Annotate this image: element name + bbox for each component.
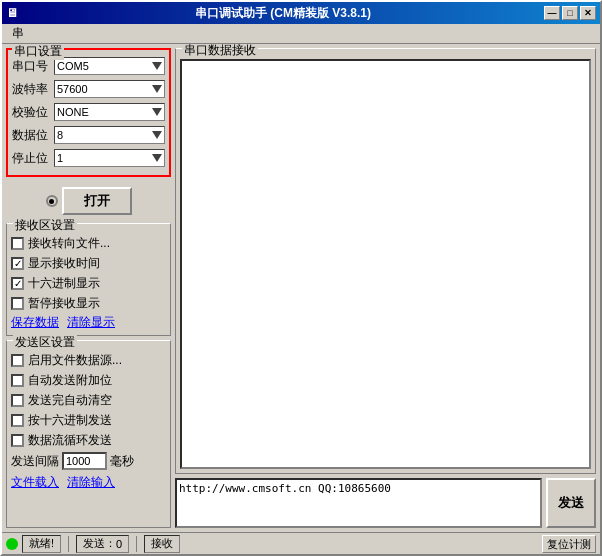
ready-status: 就绪! (22, 535, 61, 553)
send-input[interactable]: http://www.cmsoft.cn QQ:10865600 (175, 478, 542, 528)
cb-time-checkbox[interactable] (11, 257, 24, 270)
statusbar: 就绪! 发送： 0 接收 复位计测 (2, 532, 600, 554)
cb-time-label: 显示接收时间 (28, 255, 100, 272)
open-btn-row: 打开 (6, 187, 171, 215)
close-button[interactable]: ✕ (580, 6, 596, 20)
scb-clear-checkbox[interactable] (11, 394, 24, 407)
divider1 (68, 536, 69, 552)
receive-label: 接收 (151, 536, 173, 551)
clear-input-link[interactable]: 清除输入 (67, 474, 115, 491)
scb-file-label: 启用文件数据源... (28, 352, 122, 369)
window-title: 串口调试助手 (CM精装版 V3.8.1) (22, 5, 544, 22)
cb-file-label: 接收转向文件... (28, 235, 110, 252)
scb-clear-row: 发送完自动清空 (11, 391, 166, 409)
scb-clear-label: 发送完自动清空 (28, 392, 112, 409)
window-controls: — □ ✕ (544, 6, 596, 20)
scb-loop-checkbox[interactable] (11, 434, 24, 447)
send-button[interactable]: 发送 (546, 478, 596, 528)
interval-unit: 毫秒 (110, 453, 134, 470)
right-panel: 串口数据接收 http://www.cmsoft.cn QQ:10865600 … (175, 48, 596, 528)
scb-hex-checkbox[interactable] (11, 414, 24, 427)
parity-row: 校验位 NONE ODD EVEN (12, 102, 165, 122)
interval-label: 发送间隔 (11, 453, 59, 470)
main-window: 🖥 串口调试助手 (CM精装版 V3.8.1) — □ ✕ 串 串口设置 串口号… (0, 0, 602, 556)
cb-hex-row: 十六进制显示 (11, 274, 166, 292)
left-panel: 串口设置 串口号 COM5 COM1 COM2 COM3 COM4 COM6 波… (6, 48, 171, 528)
status-indicator (46, 195, 58, 207)
cb-pause-label: 暂停接收显示 (28, 295, 100, 312)
minimize-button[interactable]: — (544, 6, 560, 20)
main-content: 串口设置 串口号 COM5 COM1 COM2 COM3 COM4 COM6 波… (2, 44, 600, 532)
scb-hex-row: 按十六进制发送 (11, 411, 166, 429)
send-count: 0 (116, 538, 122, 550)
interval-row: 发送间隔 毫秒 (11, 452, 166, 470)
send-area-row: http://www.cmsoft.cn QQ:10865600 发送 (175, 478, 596, 528)
data-bits-label: 数据位 (12, 127, 54, 144)
receive-area-group: 串口数据接收 (175, 48, 596, 474)
file-load-link[interactable]: 文件载入 (11, 474, 59, 491)
cb-hex-checkbox[interactable] (11, 277, 24, 290)
scb-file-checkbox[interactable] (11, 354, 24, 367)
baud-row: 波特率 57600 9600 19200 38400 115200 (12, 79, 165, 99)
scb-auto-row: 自动发送附加位 (11, 371, 166, 389)
status-icon (6, 538, 18, 550)
cb-file-row: 接收转向文件... (11, 234, 166, 252)
cb-hex-label: 十六进制显示 (28, 275, 100, 292)
scb-file-row: 启用文件数据源... (11, 351, 166, 369)
cb-pause-checkbox[interactable] (11, 297, 24, 310)
scb-hex-label: 按十六进制发送 (28, 412, 112, 429)
parity-select[interactable]: NONE ODD EVEN (54, 103, 165, 121)
data-bits-select[interactable]: 8 5 6 7 (54, 126, 165, 144)
send-label: 发送： (83, 536, 116, 551)
data-bits-row: 数据位 8 5 6 7 (12, 125, 165, 145)
send-settings-group: 发送区设置 启用文件数据源... 自动发送附加位 发送完自动清空 按十六进制发送 (6, 340, 171, 528)
titlebar: 🖥 串口调试助手 (CM精装版 V3.8.1) — □ ✕ (2, 2, 600, 24)
receive-group-label: 接收区设置 (13, 217, 77, 234)
clear-display-link[interactable]: 清除显示 (67, 314, 115, 331)
receive-links: 保存数据 清除显示 (11, 314, 166, 331)
receive-textarea[interactable] (180, 59, 591, 469)
send-links: 文件载入 清除输入 (11, 474, 166, 491)
scb-loop-label: 数据流循环发送 (28, 432, 112, 449)
scb-loop-row: 数据流循环发送 (11, 431, 166, 449)
menubar: 串 (2, 24, 600, 44)
status-dot (49, 199, 54, 204)
stop-bits-label: 停止位 (12, 150, 54, 167)
cb-pause-row: 暂停接收显示 (11, 294, 166, 312)
port-select[interactable]: COM5 COM1 COM2 COM3 COM4 COM6 (54, 57, 165, 75)
baud-select[interactable]: 57600 9600 19200 38400 115200 (54, 80, 165, 98)
send-group-label: 发送区设置 (13, 334, 77, 351)
menu-serial[interactable]: 串 (6, 25, 30, 42)
interval-input[interactable] (62, 452, 107, 470)
open-port-button[interactable]: 打开 (62, 187, 132, 215)
send-count-panel: 发送： 0 (76, 535, 129, 553)
serial-group-label: 串口设置 (12, 44, 64, 60)
port-label: 串口号 (12, 58, 54, 75)
receive-area-label: 串口数据接收 (182, 44, 258, 59)
scb-auto-label: 自动发送附加位 (28, 372, 112, 389)
maximize-button[interactable]: □ (562, 6, 578, 20)
divider2 (136, 536, 137, 552)
stop-bits-row: 停止位 1 1.5 2 (12, 148, 165, 168)
receive-count-panel: 接收 (144, 535, 180, 553)
scb-auto-checkbox[interactable] (11, 374, 24, 387)
serial-settings-group: 串口设置 串口号 COM5 COM1 COM2 COM3 COM4 COM6 波… (6, 48, 171, 177)
ready-label: 就绪! (29, 536, 54, 551)
app-icon: 🖥 (6, 6, 18, 20)
reset-button[interactable]: 复位计测 (542, 535, 596, 553)
save-data-link[interactable]: 保存数据 (11, 314, 59, 331)
baud-label: 波特率 (12, 81, 54, 98)
receive-settings-group: 接收区设置 接收转向文件... 显示接收时间 十六进制显示 暂停接收显示 (6, 223, 171, 336)
cb-file-checkbox[interactable] (11, 237, 24, 250)
cb-time-row: 显示接收时间 (11, 254, 166, 272)
parity-label: 校验位 (12, 104, 54, 121)
stop-bits-select[interactable]: 1 1.5 2 (54, 149, 165, 167)
